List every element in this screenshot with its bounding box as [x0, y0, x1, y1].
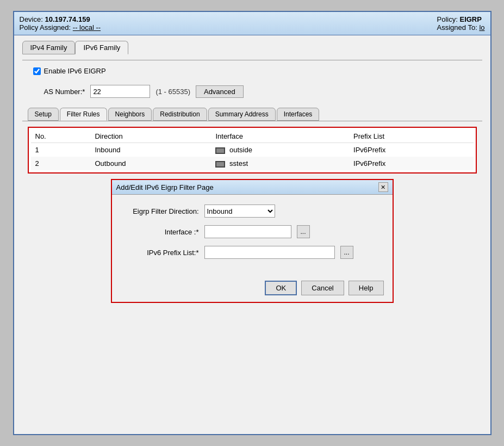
modal-prefix-list-label: IPv6 Prefix List:*: [123, 249, 199, 257]
modal-overlay: Add/Edit IPv6 Eigrp Filter Page ✕ Eigrp …: [39, 179, 466, 303]
modal-direction-row: Eigrp Filter Direction: Inbound Outbound: [123, 205, 382, 218]
advanced-button[interactable]: Advanced: [196, 85, 244, 98]
modal-dialog: Add/Edit IPv6 Eigrp Filter Page ✕ Eigrp …: [111, 179, 394, 303]
filter-table: No. Direction Interface Prefix List 1 In…: [31, 130, 474, 170]
tab-summary-address[interactable]: Summary Address: [208, 108, 276, 121]
row2-no: 2: [31, 157, 91, 170]
tab-neighbors[interactable]: Neighbors: [108, 108, 152, 121]
modal-interface-label: Interface :*: [123, 228, 199, 236]
modal-prefix-list-input[interactable]: [204, 246, 335, 259]
filter-table-container: No. Direction Interface Prefix List 1 In…: [28, 127, 477, 174]
table-row[interactable]: 1 Inbound outside IPv6Prefix: [31, 143, 474, 157]
policy-value: EIGRP: [459, 15, 481, 23]
modal-direction-select[interactable]: Inbound Outbound: [204, 205, 275, 218]
modal-title-bar: Add/Edit IPv6 Eigrp Filter Page ✕: [112, 180, 393, 195]
table-row[interactable]: 2 Outbound sstest IPv6Prefix: [31, 157, 474, 170]
col-direction: Direction: [90, 130, 211, 143]
policy-assigned-info: Policy Assigned: -- local --: [20, 23, 101, 32]
assigned-to-link[interactable]: lo: [479, 23, 484, 32]
col-interface: Interface: [211, 130, 349, 143]
modal-interface-row: Interface :* ...: [123, 225, 382, 238]
tab-setup[interactable]: Setup: [28, 108, 59, 121]
sub-tabs: Setup Filter Rules Neighbors Redistribut…: [28, 108, 482, 121]
modal-direction-label: Eigrp Filter Direction:: [123, 207, 199, 215]
row1-direction: Inbound: [90, 143, 211, 157]
main-window: Device: 10.197.74.159 Policy Assigned: -…: [13, 11, 491, 435]
modal-close-button[interactable]: ✕: [378, 182, 388, 192]
row2-interface-name: sstest: [229, 159, 248, 168]
col-prefix-list: Prefix List: [349, 130, 473, 143]
family-tab-divider: [22, 60, 482, 60]
content-area: IPv4 Family IPv6 Family Enable IPv6 EIGR…: [14, 35, 490, 434]
tab-redistribution[interactable]: Redistribution: [153, 108, 207, 121]
title-right: Policy: EIGRP Assigned To: lo: [437, 15, 485, 32]
row1-interface-name: outside: [229, 146, 252, 154]
row2-direction: Outbound: [90, 157, 211, 170]
enable-ipv6-checkbox[interactable]: [33, 67, 41, 75]
modal-body: Eigrp Filter Direction: Inbound Outbound…: [112, 195, 393, 276]
col-no: No.: [31, 130, 91, 143]
title-bar: Device: 10.197.74.159 Policy Assigned: -…: [14, 12, 490, 35]
device-value: 10.197.74.159: [45, 15, 90, 23]
row1-interface: outside: [211, 143, 349, 157]
device-info: Device: 10.197.74.159: [20, 15, 101, 23]
modal-interface-input[interactable]: [204, 225, 291, 238]
modal-cancel-button[interactable]: Cancel: [301, 281, 344, 295]
modal-prefix-list-browse-button[interactable]: ...: [340, 246, 353, 259]
policy-info: Policy: EIGRP: [437, 15, 485, 23]
as-number-label: AS Number:*: [44, 88, 85, 96]
modal-help-button[interactable]: Help: [349, 281, 384, 295]
enable-ipv6-label: Enable IPv6 EIGRP: [44, 67, 106, 75]
interface-icon: [215, 147, 225, 154]
row1-no: 1: [31, 143, 91, 157]
policy-assigned-link[interactable]: -- local --: [73, 23, 101, 32]
row2-interface: sstest: [211, 157, 349, 170]
enable-ipv6-row: Enable IPv6 EIGRP: [33, 67, 482, 75]
modal-interface-browse-button[interactable]: ...: [297, 225, 310, 238]
tab-filter-rules[interactable]: Filter Rules: [60, 108, 107, 121]
row1-prefix-list: IPv6Prefix: [349, 143, 473, 157]
modal-ok-button[interactable]: OK: [265, 281, 297, 295]
as-number-row: AS Number:* 22 (1 - 65535) Advanced: [44, 85, 482, 98]
modal-title: Add/Edit IPv6 Eigrp Filter Page: [116, 183, 214, 191]
family-tabs: IPv4 Family IPv6 Family: [22, 41, 482, 54]
interface-icon: [215, 161, 225, 168]
tab-interfaces[interactable]: Interfaces: [277, 108, 320, 121]
modal-prefix-list-row: IPv6 Prefix List:* ...: [123, 246, 382, 259]
as-number-range: (1 - 65535): [155, 88, 190, 96]
tab-ipv4-family[interactable]: IPv4 Family: [22, 41, 76, 54]
title-left: Device: 10.197.74.159 Policy Assigned: -…: [20, 15, 101, 32]
assigned-to-info: Assigned To: lo: [437, 23, 485, 32]
tab-ipv6-family[interactable]: IPv6 Family: [75, 41, 128, 54]
as-number-input[interactable]: 22: [90, 85, 150, 98]
modal-footer: OK Cancel Help: [112, 276, 393, 302]
row2-prefix-list: IPv6Prefix: [349, 157, 473, 170]
sub-tab-divider: [22, 121, 482, 121]
